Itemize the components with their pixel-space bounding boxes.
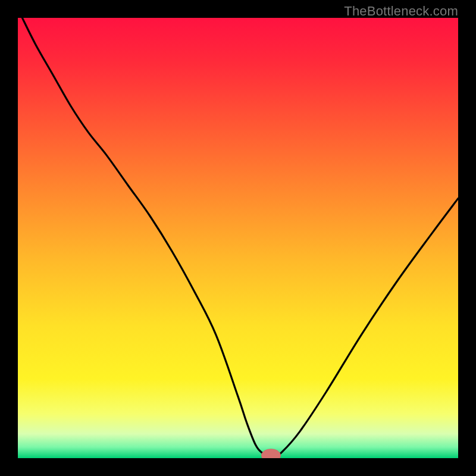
watermark-text: TheBottleneck.com [344,4,458,19]
plot-area [18,18,458,458]
chart-frame: TheBottleneck.com [0,0,476,476]
gradient-background [18,18,458,458]
bottleneck-chart [18,18,458,458]
